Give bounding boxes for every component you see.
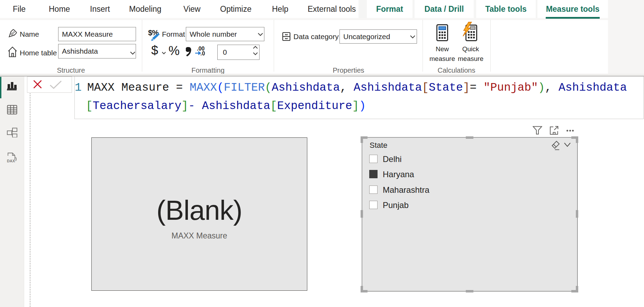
svg-text:DAX: DAX <box>7 159 15 163</box>
